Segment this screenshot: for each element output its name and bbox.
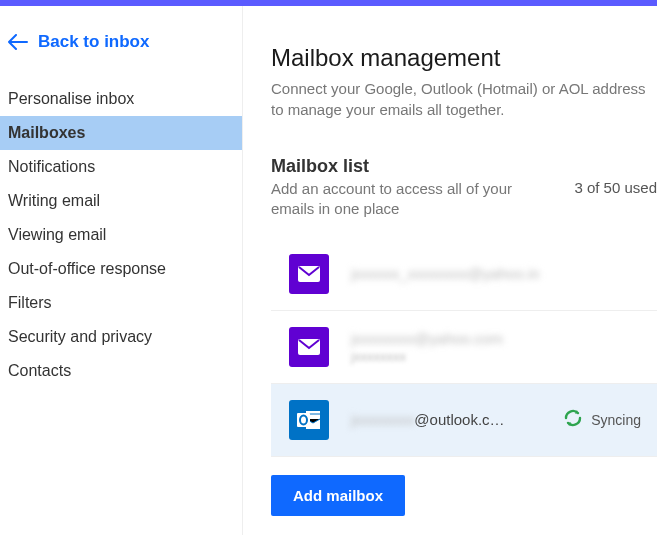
mailbox-row[interactable]: jxxxxxx_xxxxxxxx@yahoo.in — [271, 238, 657, 311]
mailbox-row[interactable]: jxxxxxxxx @outlook.c… Syncing — [271, 384, 657, 457]
sidebar-item-mailboxes[interactable]: Mailboxes — [0, 116, 242, 150]
sync-status: Syncing — [563, 408, 641, 431]
mailbox-email: jxxxxxx_xxxxxxxx@yahoo.in — [351, 265, 540, 282]
layout-container: Back to inbox Personalise inbox Mailboxe… — [0, 6, 657, 535]
sidebar-item-out-of-office[interactable]: Out-of-office response — [0, 252, 242, 286]
envelope-icon — [289, 327, 329, 367]
page-description: Connect your Google, Outlook (Hotmail) o… — [271, 78, 657, 120]
outlook-icon — [289, 400, 329, 440]
mailbox-list-subheader: Add an account to access all of your ema… — [271, 179, 657, 220]
mailbox-email: jxxxxxxxx@yahoo.com jxxxxxxxx — [351, 330, 503, 364]
sidebar-item-viewing-email[interactable]: Viewing email — [0, 218, 242, 252]
settings-sidebar: Back to inbox Personalise inbox Mailboxe… — [0, 6, 243, 535]
sidebar-item-personalise-inbox[interactable]: Personalise inbox — [0, 82, 242, 116]
main-content: Mailbox management Connect your Google, … — [243, 6, 657, 535]
mailbox-list-title: Mailbox list — [271, 156, 657, 177]
arrow-left-icon — [8, 34, 28, 50]
sidebar-item-writing-email[interactable]: Writing email — [0, 184, 242, 218]
settings-nav: Personalise inbox Mailboxes Notification… — [0, 82, 242, 388]
mailbox-used-count: 3 of 50 used — [574, 179, 657, 220]
sidebar-item-filters[interactable]: Filters — [0, 286, 242, 320]
back-link-label: Back to inbox — [38, 32, 149, 52]
sidebar-item-security-privacy[interactable]: Security and privacy — [0, 320, 242, 354]
sidebar-item-notifications[interactable]: Notifications — [0, 150, 242, 184]
sync-status-label: Syncing — [591, 412, 641, 428]
sync-icon — [563, 408, 583, 431]
add-mailbox-button[interactable]: Add mailbox — [271, 475, 405, 516]
sidebar-item-contacts[interactable]: Contacts — [0, 354, 242, 388]
page-title: Mailbox management — [271, 44, 657, 72]
mailbox-list-subtitle: Add an account to access all of your ema… — [271, 179, 521, 220]
mailbox-email: jxxxxxxxx @outlook.c… — [351, 411, 505, 428]
mailbox-row[interactable]: jxxxxxxxx@yahoo.com jxxxxxxxx — [271, 311, 657, 384]
back-to-inbox-link[interactable]: Back to inbox — [0, 32, 242, 52]
envelope-icon — [289, 254, 329, 294]
